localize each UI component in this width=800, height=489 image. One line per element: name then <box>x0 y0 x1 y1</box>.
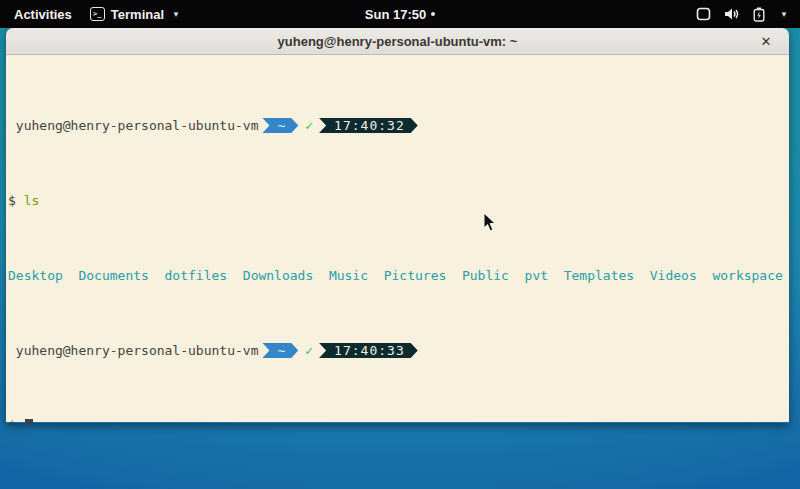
shell-prompt-symbol: $ <box>8 418 24 423</box>
prompt-time-segment: 17:40:32 <box>319 118 418 133</box>
input-line: $ <box>8 418 787 423</box>
activities-button[interactable]: Activities <box>10 7 76 22</box>
battery-charging-icon[interactable] <box>753 7 765 22</box>
prompt-path-segment: ~ <box>262 343 298 358</box>
command-line: $ ls <box>8 193 787 208</box>
prompt-path-segment: ~ <box>262 118 298 133</box>
clock[interactable]: Sun 17:50 <box>365 7 426 22</box>
window-titlebar[interactable]: yuheng@henry-personal-ubuntu-vm: ~ ✕ <box>6 28 789 55</box>
close-button[interactable]: ✕ <box>757 32 775 50</box>
app-menu-label: Terminal <box>111 7 164 22</box>
terminal-window: yuheng@henry-personal-ubuntu-vm: ~ ✕ yuh… <box>6 28 789 423</box>
screen-icon[interactable] <box>696 7 711 21</box>
prompt-time-segment: 17:40:33 <box>319 343 418 358</box>
notification-dot-icon <box>431 12 435 16</box>
chevron-down-icon: ▼ <box>172 10 180 19</box>
prompt-status-check-icon: ✓ <box>305 118 313 133</box>
app-menu-button[interactable]: >_ Terminal ▼ <box>90 7 180 22</box>
prompt-line: yuheng@henry-personal-ubuntu-vm ~ ✓ 17:4… <box>8 118 787 133</box>
prompt-user-host: yuheng@henry-personal-ubuntu-vm <box>8 343 258 358</box>
typed-command: ls <box>24 193 40 208</box>
ls-output: Desktop Documents dotfiles Downloads Mus… <box>8 268 787 283</box>
system-menu-chevron-icon[interactable]: ▼ <box>780 10 788 19</box>
prompt-line: yuheng@henry-personal-ubuntu-vm ~ ✓ 17:4… <box>8 343 787 358</box>
prompt-status-check-icon: ✓ <box>305 343 313 358</box>
text-cursor <box>25 419 33 424</box>
shell-prompt-symbol: $ <box>8 193 24 208</box>
window-title: yuheng@henry-personal-ubuntu-vm: ~ <box>278 34 518 49</box>
terminal-app-icon: >_ <box>90 7 105 21</box>
prompt-user-host: yuheng@henry-personal-ubuntu-vm <box>8 118 258 133</box>
terminal-content[interactable]: yuheng@henry-personal-ubuntu-vm ~ ✓ 17:4… <box>6 55 789 422</box>
gnome-top-bar: Sun 17:50 Activities >_ Terminal ▼ <box>0 0 800 28</box>
volume-icon[interactable] <box>724 7 740 21</box>
